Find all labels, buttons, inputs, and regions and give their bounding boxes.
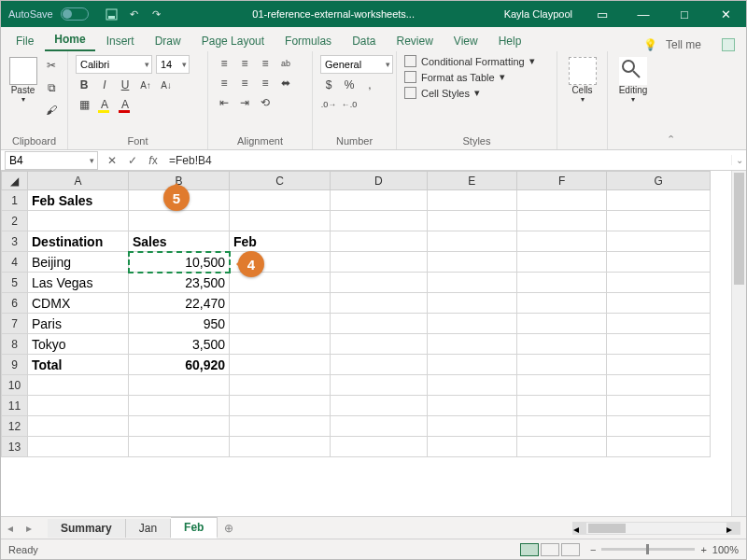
percent-icon[interactable]: % (341, 77, 358, 93)
align-center-icon[interactable]: ≡ (236, 75, 253, 91)
enter-formula-icon[interactable]: ✓ (122, 154, 143, 167)
zoom-out-icon[interactable]: − (590, 544, 596, 555)
vertical-scrollbar[interactable] (731, 171, 746, 516)
page-layout-view-icon[interactable] (541, 543, 559, 556)
align-top-icon[interactable]: ≡ (216, 55, 233, 72)
orientation-icon[interactable]: ⟲ (257, 94, 274, 111)
col-header[interactable]: A (28, 172, 129, 190)
tab-file[interactable]: File (7, 31, 43, 51)
row-header[interactable]: 11 (2, 396, 28, 416)
row-header[interactable]: 12 (2, 416, 28, 437)
select-all-corner[interactable]: ◢ (2, 172, 28, 190)
tab-home[interactable]: Home (45, 29, 94, 51)
tab-nav-next-icon[interactable]: ▸ (20, 522, 38, 535)
number-format-select[interactable]: General (320, 55, 393, 74)
align-left-icon[interactable]: ≡ (216, 75, 233, 91)
cell[interactable]: Feb (233, 234, 257, 249)
font-name-select[interactable]: Calibri (76, 55, 152, 74)
align-right-icon[interactable]: ≡ (257, 75, 274, 91)
col-header[interactable]: F (516, 172, 606, 190)
expand-formula-bar-icon[interactable]: ⌄ (731, 155, 746, 165)
normal-view-icon[interactable] (520, 543, 539, 556)
paste-button[interactable]: Paste ▾ (8, 55, 37, 104)
cell[interactable]: 60,920 (129, 355, 230, 375)
selected-cell[interactable]: 10,500 (129, 252, 230, 273)
collapse-ribbon-icon[interactable]: ⌃ (662, 51, 679, 149)
col-header[interactable]: C (230, 172, 331, 190)
tellme-label[interactable]: Tell me (666, 38, 701, 51)
tab-data[interactable]: Data (343, 31, 385, 51)
decrease-font-icon[interactable]: A↓ (158, 77, 175, 93)
bold-button[interactable]: B (76, 77, 92, 93)
row-header[interactable]: 10 (2, 375, 28, 396)
increase-indent-icon[interactable]: ⇥ (236, 94, 253, 111)
row-header[interactable]: 8 (2, 334, 28, 355)
increase-font-icon[interactable]: A↑ (137, 77, 154, 93)
align-bottom-icon[interactable]: ≡ (257, 55, 274, 72)
row-header[interactable]: 9 (2, 355, 28, 375)
redo-icon[interactable]: ↷ (150, 7, 163, 21)
sheet-tab[interactable]: Summary (48, 519, 126, 538)
fx-icon[interactable]: fx (143, 154, 163, 167)
row-header[interactable]: 1 (2, 190, 28, 211)
cell[interactable]: Sales (133, 234, 167, 249)
cell[interactable]: 3,500 (129, 334, 230, 355)
cell[interactable]: Destination (32, 234, 103, 249)
cell-styles-button[interactable]: Cell Styles ▾ (404, 87, 535, 99)
tab-review[interactable]: Review (387, 31, 442, 51)
comma-icon[interactable]: , (361, 77, 378, 93)
decrease-decimal-icon[interactable]: ←.0 (341, 96, 358, 113)
row-header[interactable]: 5 (2, 273, 28, 293)
cell[interactable]: 23,500 (129, 273, 230, 293)
new-sheet-icon[interactable]: ⊕ (218, 522, 240, 535)
currency-icon[interactable]: $ (320, 77, 337, 93)
conditional-formatting-button[interactable]: Conditional Formatting ▾ (404, 55, 535, 67)
maximize-button[interactable]: □ (664, 7, 705, 21)
horizontal-scrollbar[interactable]: ◂▸ (572, 522, 740, 535)
tab-insert[interactable]: Insert (97, 31, 144, 51)
cell[interactable]: CDMX (28, 293, 129, 314)
font-color-icon[interactable]: A (117, 96, 134, 113)
ribbon-display-icon[interactable]: ▭ (582, 7, 623, 21)
align-middle-icon[interactable]: ≡ (236, 55, 253, 72)
minimize-button[interactable]: — (623, 7, 664, 21)
row-header[interactable]: 4 (2, 252, 28, 273)
col-header[interactable]: D (331, 172, 428, 190)
cell[interactable]: Tokyo (28, 334, 129, 355)
tab-page-layout[interactable]: Page Layout (192, 31, 274, 51)
zoom-in-icon[interactable]: + (700, 544, 706, 555)
row-header[interactable]: 2 (2, 211, 28, 231)
sheet-tab-active[interactable]: Feb (171, 517, 218, 539)
tab-help[interactable]: Help (489, 31, 531, 51)
zoom-level[interactable]: 100% (712, 544, 739, 555)
worksheet-grid[interactable]: ◢ A B C D E F G 1Feb Sales 2 3Destinatio… (1, 171, 746, 516)
fill-color-icon[interactable]: A (96, 96, 113, 113)
row-header[interactable]: 3 (2, 231, 28, 252)
underline-button[interactable]: U (117, 77, 134, 93)
cell[interactable]: Feb Sales (28, 190, 129, 211)
increase-decimal-icon[interactable]: .0→ (320, 96, 337, 113)
cell[interactable]: Beijing (28, 252, 129, 273)
row-header[interactable]: 7 (2, 314, 28, 334)
italic-button[interactable]: I (96, 77, 113, 93)
cells-button[interactable]: Cells▾ (565, 55, 599, 104)
sheet-tab[interactable]: Jan (126, 519, 171, 538)
cell[interactable]: 950 (129, 314, 230, 334)
zoom-slider[interactable] (601, 548, 695, 551)
user-name[interactable]: Kayla Claypool (495, 8, 582, 20)
formula-input[interactable]: =Feb!B4 (163, 154, 731, 167)
autosave-toggle[interactable] (61, 7, 89, 21)
copy-icon[interactable]: ⧉ (43, 79, 60, 96)
tab-view[interactable]: View (444, 31, 487, 51)
cancel-formula-icon[interactable]: ✕ (102, 154, 122, 167)
close-button[interactable]: ✕ (705, 7, 746, 21)
borders-icon[interactable]: ▦ (76, 96, 92, 113)
page-break-view-icon[interactable] (561, 543, 580, 556)
share-button[interactable] (722, 38, 735, 51)
wrap-text-icon[interactable]: ab (277, 55, 294, 72)
undo-icon[interactable]: ↶ (128, 7, 141, 21)
tab-nav-prev-icon[interactable]: ◂ (1, 522, 20, 535)
cut-icon[interactable]: ✂ (43, 57, 60, 74)
cell[interactable]: Paris (28, 314, 129, 334)
tab-draw[interactable]: Draw (146, 31, 190, 51)
